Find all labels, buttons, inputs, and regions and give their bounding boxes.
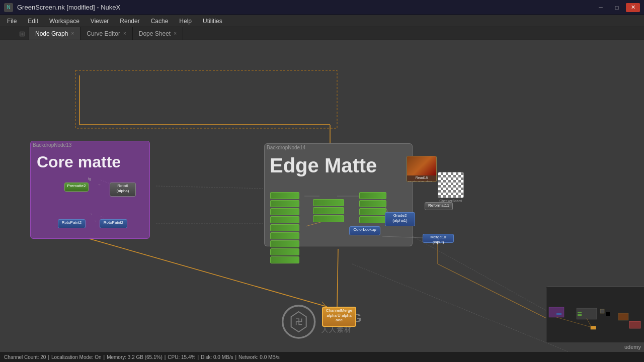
merge-arrow-core: → <box>98 183 101 187</box>
colorlookup-node[interactable]: ColorLookup <box>349 226 380 235</box>
roto6-node[interactable]: Roto6(alpha) <box>110 183 136 197</box>
backdrop-core-title: Core matte <box>31 149 149 175</box>
tab-close-node-graph[interactable]: × <box>71 31 74 36</box>
keyer-mid-row-3[interactable] <box>313 215 344 222</box>
keyer-right-row-4[interactable] <box>359 216 386 223</box>
backdrop-edge-label: BackdropNode14 <box>265 144 412 151</box>
svg-rect-34 <box>606 312 610 316</box>
menu-cache[interactable]: Cache <box>146 17 174 26</box>
menu-edit[interactable]: Edit <box>23 17 43 26</box>
arrow-2-core: → <box>89 212 93 216</box>
keyer-right-row-2[interactable] <box>359 200 386 207</box>
svg-text:卍: 卍 <box>295 318 302 326</box>
tab-curve-editor[interactable]: Curve Editor × <box>80 27 133 40</box>
grade2-node[interactable]: Grade2(alpha1) <box>385 212 415 226</box>
channelmerge-node[interactable]: ChannelMergealpha U alphaadd <box>322 307 356 327</box>
menu-bar: File Edit Workspace Viewer Render Cache … <box>0 15 644 27</box>
menu-workspace[interactable]: Workspace <box>44 17 85 26</box>
keyer-mid-row-1[interactable] <box>313 199 344 206</box>
menu-render[interactable]: Render <box>115 17 144 26</box>
memory-usage: Memory: 3.2 GB (65.1%) <box>107 354 163 360</box>
window-controls: ─ □ ✕ <box>594 3 640 12</box>
keyer-mid-row-2[interactable] <box>313 207 344 214</box>
rotopaint-right-node[interactable]: RotoPaint2 <box>100 219 127 228</box>
minimize-button[interactable]: ─ <box>594 3 608 12</box>
close-button[interactable]: ✕ <box>626 3 640 12</box>
reformat11-node[interactable]: Reformat11 <box>425 202 453 210</box>
minimap[interactable] <box>546 287 644 342</box>
svg-rect-32 <box>556 313 561 315</box>
panel-icon: ⊞ <box>15 27 29 40</box>
rrcg-logo-icon: 卍 <box>281 304 316 339</box>
maximize-button[interactable]: □ <box>610 3 624 12</box>
tab-close-dope-sheet[interactable]: × <box>174 31 177 36</box>
keyer-right-row-1[interactable] <box>359 192 386 199</box>
udemy-badge: udemy <box>621 343 644 351</box>
localization-mode: Localization Mode: On <box>51 354 102 360</box>
keyer-row-5[interactable] <box>270 224 299 231</box>
keyer-row-1[interactable] <box>270 192 299 199</box>
svg-rect-0 <box>75 70 337 128</box>
keyer-stack-left <box>270 192 299 263</box>
app-icon: N <box>4 3 13 12</box>
menu-viewer[interactable]: Viewer <box>86 17 114 26</box>
minimap-view <box>546 287 644 342</box>
title-bar: N GreenScreen.nk [modified] - NukeX ─ □ … <box>0 0 644 15</box>
svg-rect-26 <box>549 307 564 317</box>
status-bar: Channel Count: 20 | Localization Mode: O… <box>0 352 644 362</box>
keyer-row-8[interactable] <box>270 248 299 255</box>
keyer-row-4[interactable] <box>270 216 299 223</box>
window-title: GreenScreen.nk [modified] - NukeX <box>17 4 590 11</box>
keyer-row-9[interactable] <box>270 256 299 263</box>
svg-rect-33 <box>600 309 604 313</box>
keyer-right-row-3[interactable] <box>359 208 386 215</box>
arrow-3-core: → <box>94 219 97 223</box>
connect-label-core: fg <box>88 177 91 180</box>
svg-rect-29 <box>578 314 582 315</box>
svg-rect-28 <box>578 312 582 313</box>
network-usage: Network: 0.0 MB/s <box>238 354 280 360</box>
keyer-row-2[interactable] <box>270 200 299 207</box>
prematte2-node[interactable]: Prematte2 <box>64 183 89 192</box>
keyer-row-6[interactable] <box>270 232 299 239</box>
keyer-row-3[interactable] <box>270 208 299 215</box>
backdrop-core-label: BackdropNode13 <box>31 141 149 149</box>
tab-node-graph[interactable]: Node Graph × <box>29 27 80 40</box>
disk-usage: Disk: 0.0 MB/s <box>201 354 233 360</box>
rotopaint-left-node[interactable]: RotoPaint2 <box>58 219 86 228</box>
checkerboard-node[interactable] <box>438 172 464 198</box>
menu-help[interactable]: Help <box>174 17 197 26</box>
merge10-node[interactable]: Merge10 (input) <box>423 234 454 243</box>
node-canvas[interactable]: BackdropNode13 Core matte BackdropNode14… <box>0 40 644 352</box>
svg-line-9 <box>156 186 264 189</box>
tab-bar: ⊞ Node Graph × Curve Editor × Dope Sheet… <box>0 27 644 40</box>
read18-node[interactable]: Read18 pexels-reign-chang-8d... <box>407 156 437 182</box>
keyer-stack-mid <box>313 199 344 222</box>
svg-rect-30 <box>578 315 582 316</box>
keyer-stack-right <box>359 192 386 223</box>
menu-file[interactable]: File <box>2 17 22 26</box>
keyer-row-7[interactable] <box>270 240 299 247</box>
channel-count: Channel Count: 20 <box>4 354 46 360</box>
svg-rect-37 <box>618 313 628 320</box>
cpu-usage: CPU: 15.4% <box>168 354 195 360</box>
svg-rect-38 <box>629 321 640 328</box>
backdrop-edge-title: Edge Matte <box>265 151 412 180</box>
svg-line-2 <box>337 249 338 307</box>
menu-utilities[interactable]: Utilities <box>198 17 227 26</box>
tab-dope-sheet[interactable]: Dope Sheet × <box>133 27 183 40</box>
tab-close-curve-editor[interactable]: × <box>123 31 126 36</box>
